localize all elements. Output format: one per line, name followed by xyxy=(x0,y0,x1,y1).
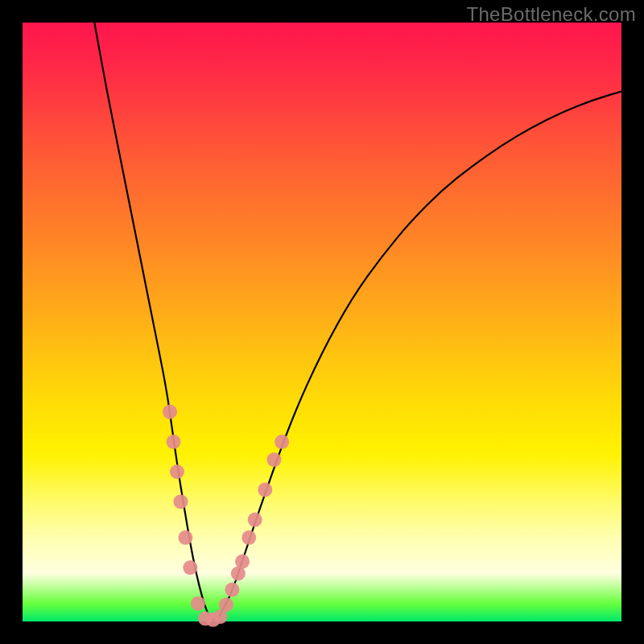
curve-layer xyxy=(94,23,621,620)
curve-marker xyxy=(191,597,205,611)
curve-markers xyxy=(163,405,289,627)
curve-marker xyxy=(258,482,272,497)
watermark-text: TheBottleneck.com xyxy=(466,3,636,26)
plot-area xyxy=(23,23,621,621)
bottleneck-curve xyxy=(94,23,621,620)
curve-marker xyxy=(219,597,233,612)
curve-marker xyxy=(275,435,289,449)
curve-marker xyxy=(242,530,256,545)
curve-marker xyxy=(173,494,188,509)
curve-marker xyxy=(170,464,184,479)
curve-marker xyxy=(248,513,262,527)
chart-svg xyxy=(23,23,621,621)
curve-marker xyxy=(235,555,250,569)
chart-frame: TheBottleneck.com xyxy=(0,0,644,644)
curve-marker xyxy=(183,560,197,575)
curve-marker xyxy=(166,435,180,449)
curve-marker xyxy=(266,452,281,467)
curve-marker xyxy=(225,583,239,597)
curve-marker xyxy=(178,530,192,545)
curve-marker xyxy=(163,405,177,419)
